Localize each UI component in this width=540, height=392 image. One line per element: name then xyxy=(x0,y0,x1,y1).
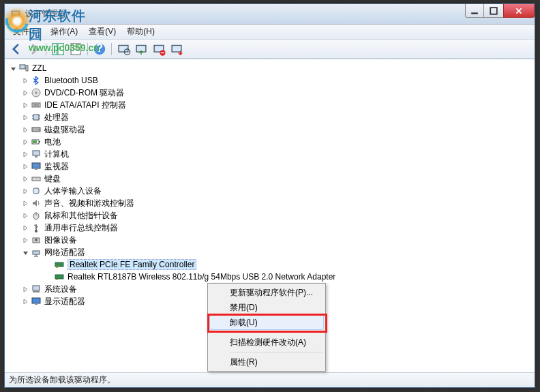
context-menu-item[interactable]: 卸载(U) xyxy=(209,315,324,330)
statusbar: 为所选设备卸载该驱动程序。 xyxy=(5,372,535,387)
expander-icon[interactable] xyxy=(21,101,29,109)
svg-rect-37 xyxy=(33,151,40,155)
expander-icon[interactable] xyxy=(21,211,29,220)
svg-text:?: ? xyxy=(96,42,103,54)
bluetooth-icon xyxy=(31,75,42,86)
node-label: ZZL xyxy=(32,63,46,73)
svg-rect-54 xyxy=(56,267,58,268)
node-label: 计算机 xyxy=(44,149,69,160)
node-label: 处理器 xyxy=(44,112,69,123)
disc-icon xyxy=(31,87,42,98)
disable-button[interactable] xyxy=(169,42,184,57)
keyboard-icon xyxy=(31,173,42,184)
expander-icon[interactable] xyxy=(21,187,29,195)
expander-icon[interactable] xyxy=(21,76,29,85)
tree-category-node[interactable]: 声音、视频和游戏控制器 xyxy=(6,197,533,209)
expander-icon[interactable] xyxy=(21,175,29,183)
expander-icon[interactable] xyxy=(21,297,29,305)
tree-category-node[interactable]: 图像设备 xyxy=(6,234,533,246)
back-button[interactable] xyxy=(9,42,24,57)
svg-rect-7 xyxy=(58,43,63,55)
network-card-icon xyxy=(54,271,65,282)
menubar: 文件(F) 操作(A) 查看(V) 帮助(H) xyxy=(5,25,535,40)
svg-rect-19 xyxy=(172,45,181,52)
tree-device-node[interactable]: Realtek RTL8187B Wireless 802.11b/g 54Mb… xyxy=(6,271,533,283)
tree-category-node[interactable]: Bluetooth USB xyxy=(6,74,533,87)
tree-category-node[interactable]: 处理器 xyxy=(6,111,533,123)
svg-rect-43 xyxy=(33,188,39,194)
expander-icon[interactable] xyxy=(21,224,29,232)
properties-button[interactable] xyxy=(68,42,83,57)
context-menu-item[interactable]: 扫描检测硬件改动(A) xyxy=(209,335,324,350)
svg-point-23 xyxy=(35,92,38,94)
node-label: 人体学输入设备 xyxy=(44,185,102,197)
maximize-button[interactable] xyxy=(483,4,504,18)
tree-category-node[interactable]: 磁盘驱动器 xyxy=(6,123,533,136)
svg-rect-13 xyxy=(119,45,128,52)
tree-device-node[interactable]: Realtek PCIe FE Family Controller xyxy=(6,258,533,271)
expander-icon[interactable] xyxy=(9,64,17,72)
show-hide-tree-button[interactable] xyxy=(50,42,65,57)
menu-view[interactable]: 查看(V) xyxy=(83,25,121,39)
window-controls xyxy=(466,4,535,18)
imaging-icon xyxy=(31,235,42,245)
scan-hardware-button[interactable] xyxy=(116,42,131,57)
expander-icon[interactable] xyxy=(21,236,29,244)
tree-category-node[interactable]: 计算机 xyxy=(6,148,533,160)
disk-icon xyxy=(31,124,42,135)
update-driver-button[interactable] xyxy=(134,42,149,57)
tree-category-node[interactable]: DVD/CD-ROM 驱动器 xyxy=(6,87,533,99)
svg-rect-3 xyxy=(14,16,17,18)
help-button[interactable]: ? xyxy=(92,42,107,57)
menu-help[interactable]: 帮助(H) xyxy=(121,25,160,39)
node-label: 网络适配器 xyxy=(44,247,85,258)
expander-icon[interactable] xyxy=(21,125,29,134)
expander-icon[interactable] xyxy=(21,248,29,256)
context-menu-separator xyxy=(230,332,322,333)
svg-rect-24 xyxy=(32,103,40,107)
ide-icon xyxy=(31,100,42,110)
expander-icon[interactable] xyxy=(21,199,29,207)
tree-category-node[interactable]: 人体学输入设备 xyxy=(6,185,533,197)
svg-rect-58 xyxy=(33,291,40,292)
tree-root-node[interactable]: ZZL xyxy=(6,62,533,74)
context-menu-item[interactable]: 更新驱动程序软件(P)... xyxy=(209,285,324,300)
node-label: 通用串行总线控制器 xyxy=(44,222,118,234)
toolbar: ? xyxy=(5,40,535,59)
expander-icon[interactable] xyxy=(21,285,29,293)
context-menu-item[interactable]: 属性(R) xyxy=(209,355,324,370)
tree-category-node[interactable]: 电池 xyxy=(6,136,533,148)
svg-point-33 xyxy=(38,129,40,130)
system-icon xyxy=(31,284,42,295)
uninstall-button[interactable] xyxy=(151,42,166,57)
tree-category-node[interactable]: 监视器 xyxy=(6,160,533,172)
menu-file[interactable]: 文件(F) xyxy=(7,25,45,39)
svg-rect-59 xyxy=(32,298,40,303)
node-label: 电池 xyxy=(44,136,61,148)
context-menu-item[interactable]: 禁用(D) xyxy=(209,300,324,315)
titlebar[interactable]: 设备管理器 xyxy=(5,4,535,25)
svg-rect-38 xyxy=(35,156,38,157)
svg-rect-27 xyxy=(33,115,39,120)
expander-icon[interactable] xyxy=(21,89,29,97)
expander-icon[interactable] xyxy=(21,113,29,121)
minimize-button[interactable] xyxy=(465,4,484,18)
tree-category-node[interactable]: 网络适配器 xyxy=(6,246,533,258)
node-label: 图像设备 xyxy=(44,235,77,246)
menu-action[interactable]: 操作(A) xyxy=(45,25,83,39)
tree-category-node[interactable]: 通用串行总线控制器 xyxy=(6,222,533,234)
toolbar-separator xyxy=(46,43,46,55)
tree-category-node[interactable]: 键盘 xyxy=(6,172,533,185)
expander-icon[interactable] xyxy=(21,150,29,158)
svg-rect-36 xyxy=(33,140,37,143)
tree-category-node[interactable]: 鼠标和其他指针设备 xyxy=(6,209,533,222)
node-label: 系统设备 xyxy=(44,284,77,295)
svg-rect-50 xyxy=(33,251,40,254)
close-button[interactable] xyxy=(503,4,535,18)
svg-rect-55 xyxy=(55,275,63,279)
forward-button[interactable] xyxy=(27,42,42,57)
tree-category-node[interactable]: IDE ATA/ATAPI 控制器 xyxy=(6,99,533,111)
node-label: 显示适配器 xyxy=(44,296,85,307)
expander-icon[interactable] xyxy=(21,138,29,146)
expander-icon[interactable] xyxy=(21,162,29,170)
